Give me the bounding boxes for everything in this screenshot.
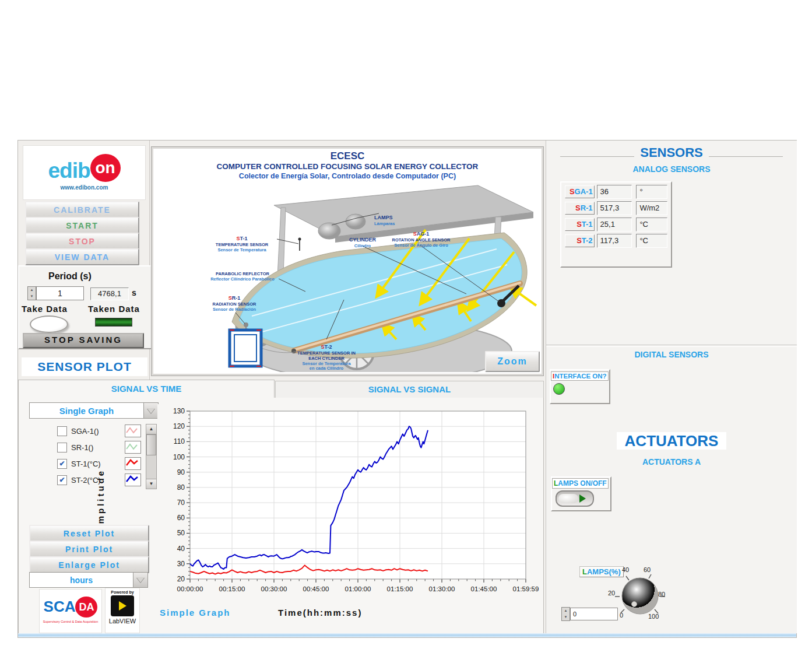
period-spinner[interactable]: ▲▼ [27,286,36,300]
line-style-icon[interactable] [125,425,141,437]
channel-row-st1: ✔ ST-1(°C) [57,457,155,470]
label-st1: ST-1 TEMPERATURE SENSOR Sensor de Temper… [207,232,277,253]
zoom-button[interactable]: Zoom [485,351,540,372]
right-panel-divider [546,345,797,347]
left-region: edibon www.edibon.com CALIBRATE START ST… [18,141,150,380]
lamps-switch-box: LAMPS ON/OFF [551,476,611,511]
svg-text:01:45:00: 01:45:00 [471,585,497,592]
actuators-title: ACTUATORS [546,432,797,450]
svg-text:01:15:00: 01:15:00 [387,585,413,592]
tab-signal-vs-signal[interactable]: SIGNAL VS SIGNAL [275,381,544,399]
stop-saving-button[interactable]: STOP SAVING [23,333,144,348]
scrollbar-thumb[interactable] [146,434,156,455]
svg-text:30: 30 [177,560,185,568]
svg-text:20: 20 [177,575,185,583]
svg-text:01:30:00: 01:30:00 [429,585,455,592]
svg-text:00:30:00: 00:30:00 [261,585,287,592]
label-st2: ST-2 TEMPERATURE SENSOR IN EACH CYLINDER… [289,341,364,371]
elapsed-unit: s [132,288,136,297]
svg-text:80: 80 [177,483,185,492]
label-reflector: PARABOLIC REFLECTOR Reflector Cilíndrico… [205,272,280,282]
print-plot-button[interactable]: Print Plot [29,541,149,557]
svg-text:00:15:00: 00:15:00 [219,585,245,592]
toggle-arrow-icon [579,494,586,503]
tab-signal-vs-time[interactable]: SIGNAL VS TIME [18,380,275,399]
reset-plot-button[interactable]: Reset Plot [29,525,149,542]
elapsed-display: 4768,1 [90,287,129,300]
analog-sensors-title: ANALOG SENSORS [546,164,797,174]
right-panel: SENSORS ANALOG SENSORS SGA-1 36 ° SR-1 5… [546,141,797,633]
take-data-label: Take Data [22,304,68,314]
channel-checkbox[interactable] [57,426,67,436]
time-unit-dropdown[interactable]: hours [29,572,148,588]
channel-checkbox[interactable] [57,443,67,452]
knob-tick-20: 20 [608,590,615,597]
sensor-code: ST-2 [565,234,595,247]
diagram-title: ECESC [152,150,543,162]
enlarge-plot-button[interactable]: Enlarge Plot [29,556,149,573]
sensor-chart: 203040506070809010011012013000:00:0000:1… [157,404,542,602]
start-button[interactable]: START [25,217,139,234]
edibon-url: www.edibon.com [23,184,145,191]
chevron-down-icon[interactable] [143,403,158,418]
scroll-up-icon[interactable]: ▲ [146,425,156,434]
screen: edibon www.edibon.com CALIBRATE START ST… [0,0,812,656]
chevron-down-icon[interactable] [133,573,147,587]
channel-row-sr1: SR-1() [57,441,155,454]
scroll-down-icon[interactable]: ▼ [146,479,156,489]
interface-on-indicator: INTERFACE ON? [550,369,610,404]
sensor-value: 36 [597,185,632,199]
label-cylinder: CYLINDER Cilindro [344,233,381,249]
period-box: Period (s) ▲▼ 1 4768,1 s Take Data Taken… [18,265,158,349]
chart-graph-name: Simple Graph [160,608,231,618]
svg-text:50: 50 [177,529,185,537]
svg-text:90: 90 [177,468,185,476]
label-lamps: LAMPS Lámparas [374,211,421,227]
svg-text:40: 40 [177,545,185,553]
line-style-icon[interactable] [125,441,141,454]
actuators-a-title: ACTUATORS A [546,457,797,467]
legend-scrollbar[interactable]: ▲ ▼ [146,424,157,489]
sensor-row-sga1: SGA-1 36 ° [565,185,667,199]
sensor-row-st1: ST-1 25,1 °C [565,218,667,231]
channel-checkbox[interactable]: ✔ [57,459,67,469]
line-style-icon[interactable] [125,473,141,486]
edibon-logo-circle: on [90,154,121,182]
scada-logo: SCADA Supervisory Control & Data Acquisi… [39,589,102,633]
knob-tick-0: 0 [620,612,623,619]
diagram-subtitle: COMPUTER CONTROLLED FOCUSING SOLAR ENERG… [152,162,543,171]
line-style-icon[interactable] [125,457,141,470]
lamps-pct-spinner[interactable]: ▲▼ [561,607,570,621]
period-input[interactable]: 1 [36,286,84,300]
svg-text:100: 100 [173,453,185,461]
sensor-value: 517,3 [597,201,632,215]
calibrate-button[interactable]: CALIBRATE [25,201,139,218]
interface-led [553,383,565,395]
view-data-button[interactable]: VIEW DATA [25,248,139,265]
chart-xlabel: Time(hh:mm:ss) [278,608,362,618]
svg-text:00:45:00: 00:45:00 [303,585,329,592]
lamps-toggle[interactable] [556,490,594,507]
edibon-logo-text: edib [48,159,90,183]
sensor-unit: °C [636,234,667,248]
sensor-row-sr1: SR-1 517,3 W/m2 [565,201,667,215]
period-label: Period (s) [48,271,92,282]
sensor-unit: °C [636,218,667,231]
svg-text:120: 120 [173,422,185,430]
label-sr1: SR-1 RADIATION SENSOR Sensor de Radiació… [202,292,267,313]
graph-mode-dropdown[interactable]: Single Graph [29,402,159,419]
sensor-unit: ° [636,185,667,199]
labview-icon [111,595,134,616]
svg-text:110: 110 [174,437,185,445]
channel-checkbox[interactable]: ✔ [57,475,67,485]
stop-button[interactable]: STOP [25,233,139,250]
take-data-toggle[interactable] [30,315,68,333]
scada-window: edibon www.edibon.com CALIBRATE START ST… [17,140,797,638]
channel-row-sga1: SGA-1() [57,425,155,437]
lamps-pct-input[interactable]: 0 [570,608,618,620]
svg-text:00:00:00: 00:00:00 [177,585,203,592]
svg-text:60: 60 [177,514,185,522]
labview-logo: Powered by LabVIEW [105,588,140,633]
taken-data-led [95,318,132,327]
sensors-title: SENSORS [546,145,797,160]
